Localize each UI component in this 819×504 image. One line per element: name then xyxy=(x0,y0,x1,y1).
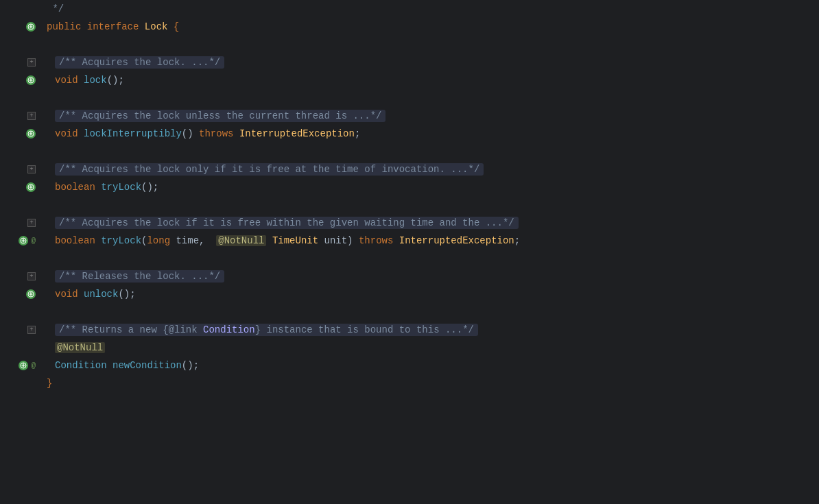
code-content-comment-close: */ xyxy=(41,0,819,18)
comment-newcondition-rest: } instance that is bound to this ...*/ xyxy=(255,324,474,335)
code-area: */ public interface Lock { + xyxy=(0,0,819,504)
gutter-notnull xyxy=(0,339,41,357)
gutter-empty-4 xyxy=(0,196,41,214)
comment-unlock: /** Releases the lock. ...*/ xyxy=(59,271,220,282)
fold-button-unlock[interactable]: + xyxy=(27,272,36,280)
kw-boolean-trylock: boolean xyxy=(55,182,101,193)
code-empty-4 xyxy=(41,196,819,214)
code-line-interface: public interface Lock { xyxy=(0,18,819,36)
kw-interface: interface xyxy=(87,21,145,32)
code-content-close-brace: } xyxy=(41,374,819,392)
at-symbol-trylock: @ xyxy=(31,237,36,245)
comment-link: @link xyxy=(169,324,203,335)
param-unit: unit xyxy=(324,235,348,246)
kw-throws-trylock: throws xyxy=(359,235,399,246)
gutter-empty-5 xyxy=(0,250,41,267)
parens-lock: (); xyxy=(107,75,124,86)
code-line-notnull: @NotNull xyxy=(0,339,819,357)
method-unlock: unlock xyxy=(84,289,118,300)
brace-close: } xyxy=(47,378,52,389)
comment-text-newcondition: /** Returns a new {@link Condition} inst… xyxy=(55,324,478,336)
link-condition: Condition xyxy=(203,324,255,335)
code-line-comment-trylock: + /** Acquires the lock only if it is fr… xyxy=(0,160,819,178)
code-content-interface: public interface Lock { xyxy=(41,18,819,36)
line-empty-6 xyxy=(0,303,819,321)
fold-button-trylock-wait[interactable]: + xyxy=(27,219,36,227)
code-empty-6 xyxy=(41,303,819,321)
gutter-void-lockinterruptibly xyxy=(0,125,41,143)
annotation-notnull: @NotNull xyxy=(55,342,105,353)
code-line-close-brace: } xyxy=(0,374,819,392)
line-empty-4 xyxy=(0,196,819,214)
text-comment-close: */ xyxy=(47,3,64,14)
parens-lockint: () xyxy=(182,128,199,139)
code-line-comment-trylock-wait: + /** Acquires the lock if it is free wi… xyxy=(0,214,819,232)
comment-lockinterruptibly: /** Acquires the lock unless the current… xyxy=(59,110,381,121)
method-icon-lock xyxy=(26,75,36,85)
code-line-comment-lock: + /** Acquires the lock. ...*/ xyxy=(0,53,819,71)
comment-text-lockinterruptibly: /** Acquires the lock unless the current… xyxy=(55,110,385,122)
code-content-condition-newcondition: Condition newCondition(); xyxy=(41,357,819,374)
exc-trylock: InterruptedException xyxy=(399,235,514,246)
param-time: time, xyxy=(176,235,216,246)
kw-long: long xyxy=(147,235,176,246)
code-content-boolean-trylock-params: boolean tryLock(long time, @NotNull Time… xyxy=(41,232,819,250)
method-trylock-params: tryLock xyxy=(101,235,141,246)
paren-trylock-params: ( xyxy=(141,235,147,246)
code-content-comment-unlock: /** Releases the lock. ...*/ xyxy=(41,267,819,285)
fold-button-newcondition[interactable]: + xyxy=(27,326,36,334)
comment-newcondition: /** Returns a new { xyxy=(59,324,169,335)
line-empty-1 xyxy=(0,36,819,53)
code-line-comment-close: */ xyxy=(0,0,819,18)
name-lock: Lock xyxy=(145,21,174,32)
method-lockinterruptibly: lockInterruptibly xyxy=(84,128,182,139)
fold-button-trylock[interactable]: + xyxy=(27,165,36,173)
code-line-comment-lockinterruptibly: + /** Acquires the lock unless the curre… xyxy=(0,107,819,125)
code-empty-1 xyxy=(41,36,819,53)
type-condition: Condition xyxy=(55,360,112,371)
kw-void-lockint: void xyxy=(55,128,84,139)
gutter-comment-trylock: + xyxy=(0,160,41,178)
code-content-void-unlock: void unlock(); xyxy=(41,285,819,303)
code-empty-5 xyxy=(41,250,819,267)
code-content-boolean-trylock: boolean tryLock(); xyxy=(41,178,819,196)
code-line-void-lock: void lock(); xyxy=(0,71,819,89)
method-icon-trylock-params xyxy=(19,236,28,245)
gutter-comment-lock: + xyxy=(0,53,41,71)
code-content-void-lockinterruptibly: void lockInterruptibly() throws Interrup… xyxy=(41,125,819,143)
method-icon-newcondition xyxy=(19,361,28,370)
paren-close-trylock: ) xyxy=(347,235,359,246)
annotation-notnull-trylock: @NotNull xyxy=(216,235,266,246)
at-symbol-newcondition: @ xyxy=(31,361,36,370)
gutter-comment-newcondition: + xyxy=(0,321,41,339)
gutter-condition-newcondition: @ xyxy=(0,357,41,374)
code-content-comment-trylock-wait: /** Acquires the lock if it is free with… xyxy=(41,214,819,232)
method-icon-lockinterruptibly xyxy=(26,129,36,139)
code-empty-3 xyxy=(41,143,819,160)
comment-trylock: /** Acquires the lock only if it is free… xyxy=(59,164,479,175)
fold-button-lockinterruptibly[interactable]: + xyxy=(27,112,36,120)
fold-button-lock[interactable]: + xyxy=(27,58,36,67)
gutter-void-unlock xyxy=(0,285,41,303)
code-empty-2 xyxy=(41,89,819,107)
parens-unlock: (); xyxy=(118,289,135,300)
comment-trylock-wait: /** Acquires the lock if it is free with… xyxy=(59,217,514,228)
exc-lockint: InterruptedException xyxy=(239,128,355,139)
code-line-boolean-trylock: boolean tryLock(); xyxy=(0,178,819,196)
kw-throws-lockint: throws xyxy=(199,128,239,139)
parens-trylock: (); xyxy=(141,182,158,193)
method-newcondition: newCondition xyxy=(112,360,182,371)
code-line-comment-unlock: + /** Releases the lock. ...*/ xyxy=(0,267,819,285)
code-line-condition-newcondition: @ Condition newCondition(); xyxy=(0,357,819,374)
kw-public: public xyxy=(47,21,87,32)
comment-text-unlock: /** Releases the lock. ...*/ xyxy=(55,270,224,283)
editor-container: */ public interface Lock { + xyxy=(0,0,819,504)
gutter-interface xyxy=(0,18,41,36)
line-empty-3 xyxy=(0,143,819,160)
method-trylock: tryLock xyxy=(101,182,141,193)
method-icon-unlock xyxy=(26,289,36,299)
gutter-empty-1 xyxy=(0,36,41,53)
gutter-comment-lockinterruptibly: + xyxy=(0,107,41,125)
comment-text-trylock-wait: /** Acquires the lock if it is free with… xyxy=(55,217,519,229)
gutter-empty-2 xyxy=(0,89,41,107)
